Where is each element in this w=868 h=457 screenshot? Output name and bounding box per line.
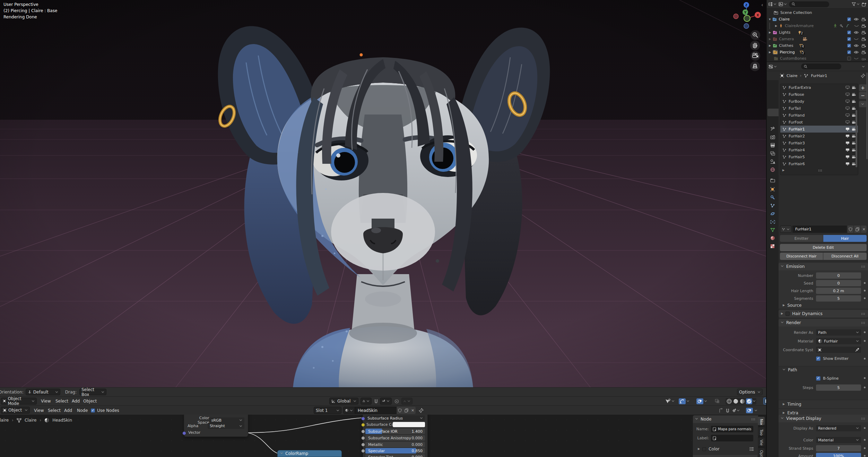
breadcrumb-particle-name[interactable]: FurHair1 bbox=[811, 74, 827, 78]
show-emitter-dot[interactable] bbox=[864, 358, 866, 359]
number-field[interactable]: 0 bbox=[816, 272, 861, 279]
display-monitor-icon[interactable] bbox=[845, 120, 850, 124]
pin-icon[interactable] bbox=[419, 408, 424, 413]
material-name-field[interactable]: HeadSkin bbox=[355, 407, 397, 414]
slot-row-4[interactable]: FurHand bbox=[780, 112, 858, 119]
slot-row-11[interactable]: FurHair6 bbox=[780, 160, 858, 167]
render-camera-icon[interactable] bbox=[852, 107, 856, 110]
sidebar-tab-tool[interactable]: Tool bbox=[758, 427, 765, 436]
mode-dropdown[interactable]: Object Mode bbox=[1, 398, 37, 405]
vector-socket[interactable] bbox=[182, 431, 186, 435]
overlays-dropdown[interactable] bbox=[704, 400, 707, 403]
display-as-dot[interactable] bbox=[864, 427, 866, 429]
use-nodes-checkbox[interactable]: ✓ bbox=[91, 408, 95, 413]
display-monitor-icon-on[interactable] bbox=[845, 127, 850, 131]
shading-wireframe-icon[interactable] bbox=[726, 398, 732, 404]
xray-toggle-icon[interactable] bbox=[715, 399, 720, 404]
render-as-dot[interactable] bbox=[864, 331, 866, 333]
slot-row-selected[interactable]: FurHair1 bbox=[780, 126, 858, 133]
colorramp-node[interactable]: ColorRamp bbox=[277, 450, 342, 457]
slot-row-0[interactable]: FurEarExtra bbox=[780, 84, 858, 91]
tab-material-icon[interactable] bbox=[770, 236, 775, 240]
hair-length-animate-dot[interactable] bbox=[864, 290, 866, 291]
eye-icon[interactable] bbox=[854, 44, 859, 47]
color-socket[interactable] bbox=[361, 423, 365, 427]
render-camera-icon[interactable] bbox=[852, 100, 856, 103]
vd-color-dot[interactable] bbox=[864, 439, 866, 441]
display-monitor-icon[interactable] bbox=[845, 93, 850, 96]
new-collection-icon[interactable] bbox=[862, 2, 867, 7]
tab-viewlayer-icon[interactable] bbox=[770, 151, 775, 156]
metallic-socket[interactable] bbox=[361, 443, 365, 447]
shader-snap-magnet-icon[interactable] bbox=[725, 408, 730, 413]
outliner-row-claire[interactable]: ▼ Claire ✓ bbox=[767, 16, 868, 23]
eye-icon[interactable] bbox=[854, 31, 859, 34]
falloff-dropdown[interactable] bbox=[401, 398, 413, 405]
steps-dot[interactable] bbox=[864, 387, 866, 388]
clothes-checkbox[interactable]: ✓ bbox=[847, 44, 851, 48]
eyedropper-icon[interactable] bbox=[855, 348, 859, 352]
particle-copy-button[interactable] bbox=[854, 226, 860, 233]
subsurface-ior-slider[interactable]: Subsurface IOR 1.400 bbox=[365, 429, 425, 434]
slot-row-7[interactable]: FurHair2 bbox=[780, 133, 858, 139]
ior-socket[interactable] bbox=[361, 430, 365, 433]
tab-physics-icon[interactable] bbox=[770, 211, 775, 216]
shader-snap-target-dropdown[interactable] bbox=[732, 408, 740, 413]
outliner-display-dropdown[interactable] bbox=[779, 2, 787, 6]
node-label-field[interactable] bbox=[711, 435, 753, 441]
sidebar-collapse-arrow[interactable]: ‹ bbox=[761, 2, 763, 8]
properties-type-dropdown[interactable] bbox=[769, 65, 777, 69]
tab-texture-icon[interactable] bbox=[770, 244, 775, 248]
shader-editor-canvas[interactable]: laire › Claire › HeadSkin Color Space sR… bbox=[0, 415, 766, 457]
timing-subpanel[interactable]: ▶Timing bbox=[779, 400, 868, 408]
particle-unlink-button[interactable]: × bbox=[861, 226, 867, 233]
tab-data-icon[interactable] bbox=[770, 228, 775, 232]
display-monitor-icon-on[interactable] bbox=[845, 162, 850, 166]
subsurface-radius-dropdown[interactable]: Subsurface Radius bbox=[365, 415, 425, 421]
amount-slider[interactable]: 100% bbox=[816, 453, 861, 457]
principled-node[interactable]: Subsurface Radius Subsurface Colo Subsur… bbox=[363, 415, 428, 457]
gizmo-toggle-active[interactable] bbox=[679, 398, 686, 404]
display-monitor-icon[interactable] bbox=[845, 100, 850, 103]
outliner-row-scene-collection[interactable]: Scene Collection bbox=[767, 9, 868, 16]
properties-scrollbar[interactable] bbox=[866, 73, 868, 159]
claire-checkbox[interactable]: ✓ bbox=[847, 17, 851, 21]
display-monitor-icon-on[interactable] bbox=[845, 148, 850, 152]
sh-menu-view[interactable]: View bbox=[34, 408, 44, 413]
sh-menu-node[interactable]: Node bbox=[77, 408, 88, 413]
drag-dropdown[interactable]: Select Box bbox=[79, 389, 106, 395]
tab-emitter[interactable]: Emitter bbox=[780, 235, 823, 242]
coordinate-object-field[interactable] bbox=[816, 347, 861, 353]
snap-magnet-icon[interactable] bbox=[374, 399, 379, 404]
list-scrollbar[interactable] bbox=[856, 110, 857, 167]
outliner-row-clairearmature[interactable]: ▶ ClaireArmature bbox=[767, 23, 868, 29]
render-header[interactable]: Render bbox=[779, 319, 868, 327]
tab-tool-icon[interactable] bbox=[770, 126, 775, 131]
specular-slider[interactable]: Specular 0.850 bbox=[365, 448, 425, 454]
slot-row-8[interactable]: FurHair3 bbox=[780, 139, 858, 146]
color-checkbox[interactable] bbox=[702, 447, 706, 451]
breadcrumb-object-name[interactable]: Claire bbox=[787, 74, 798, 78]
sidebar-tab-options[interactable]: Options bbox=[758, 448, 765, 457]
bspline-checkbox[interactable]: ✓ bbox=[816, 376, 821, 381]
gizmo-dropdown[interactable] bbox=[687, 400, 689, 403]
camera-icon[interactable] bbox=[861, 31, 866, 34]
vp-menu-object[interactable]: Object bbox=[83, 399, 97, 404]
viewport-display-header[interactable]: Viewport Display bbox=[779, 415, 868, 422]
tab-world-icon[interactable] bbox=[770, 167, 775, 172]
shading-material-icon[interactable] bbox=[739, 398, 745, 404]
orientation-dropdown[interactable]: Default bbox=[26, 389, 60, 395]
hair-dynamics-expand[interactable]: ▶ bbox=[781, 312, 783, 315]
hair-length-field[interactable]: 0.2 m bbox=[816, 288, 861, 294]
segments-field[interactable]: 5 bbox=[816, 295, 861, 302]
emission-header[interactable]: Emission bbox=[779, 263, 868, 270]
slot-row-9[interactable]: FurHair4 bbox=[780, 146, 858, 153]
tab-scene-icon[interactable] bbox=[770, 159, 775, 164]
properties-filter-dropdown[interactable] bbox=[862, 65, 865, 68]
expand-icon[interactable]: ▼ bbox=[769, 18, 771, 21]
camera-excluded-icon[interactable] bbox=[861, 57, 866, 60]
disconnect-hair-button[interactable]: Disconnect Hair bbox=[780, 253, 823, 260]
viewport-3d[interactable]: User Perspective (2) Piercing | Claire :… bbox=[0, 0, 766, 387]
show-gizmo-dropdown[interactable] bbox=[672, 400, 675, 403]
vp-menu-view[interactable]: View bbox=[41, 399, 51, 404]
